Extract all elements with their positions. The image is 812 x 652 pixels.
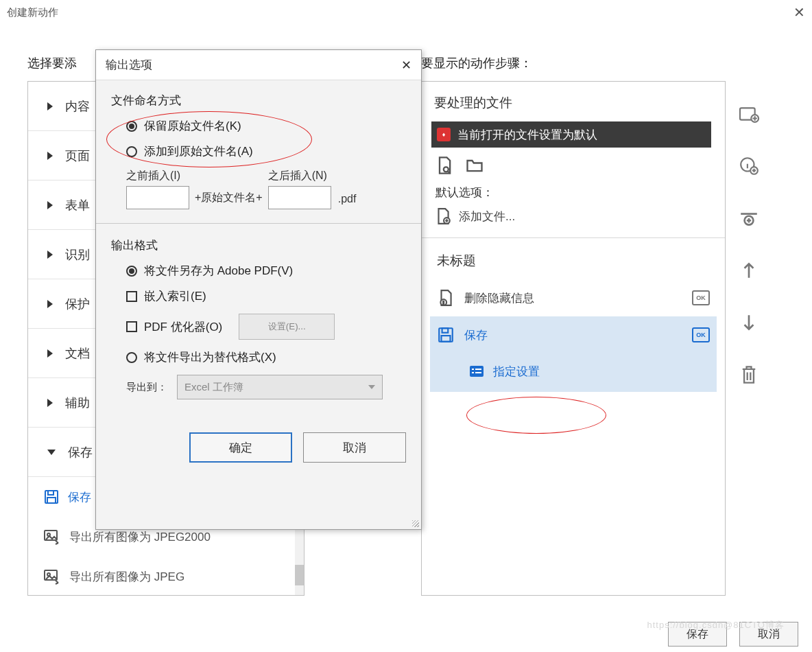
pdf-badge-icon: ♦: [437, 128, 451, 141]
caret-right-icon: [47, 152, 53, 160]
add-info-icon[interactable]: [737, 155, 761, 177]
middle-label: +原始文件名+: [195, 191, 263, 205]
svg-rect-2: [47, 498, 56, 503]
file-search-icon[interactable]: [434, 156, 455, 175]
radio-icon: [126, 352, 137, 363]
after-insert-input[interactable]: [268, 186, 331, 209]
radio-export-alt[interactable]: 将文件导出为替代格式(X): [126, 349, 406, 365]
check-embed-index[interactable]: 嵌入索引(E): [126, 288, 406, 304]
list-icon: [468, 363, 485, 380]
dialog-title: 输出选项: [106, 57, 152, 73]
dialog-close-icon[interactable]: ✕: [401, 58, 411, 73]
steps-panel: 要处理的文件 ♦ 当前打开的文件设置为默认 默认选项： 添加文件... 未标题 …: [421, 81, 726, 596]
extension-label: .pdf: [338, 193, 357, 205]
caret-right-icon: [47, 102, 53, 110]
settings-button[interactable]: 设置(E)...: [239, 314, 335, 340]
ok-badge-icon: OK: [692, 327, 710, 342]
before-insert-input[interactable]: [126, 186, 189, 209]
insert-row: 之前插入(I) +原始文件名+ 之后插入(N) .pdf: [126, 169, 406, 209]
window-title: 创建新动作: [7, 6, 58, 19]
cancel-button-bottom[interactable]: 取消: [739, 622, 798, 647]
cancel-button[interactable]: 取消: [303, 432, 406, 463]
divider: [422, 237, 725, 238]
radio-append-original[interactable]: 添加到原始文件名(A): [126, 143, 406, 159]
svg-rect-12: [442, 328, 449, 333]
add-divider-icon[interactable]: [737, 207, 761, 229]
after-insert-label: 之后插入(N): [268, 169, 331, 183]
output-options-dialog: 输出选项 ✕ 文件命名方式 保留原始文件名(K) 添加到原始文件名(A) 之前插…: [95, 49, 422, 530]
svg-rect-13: [442, 336, 451, 342]
svg-rect-1: [48, 491, 53, 495]
ok-button[interactable]: 确定: [189, 432, 292, 463]
specify-settings-link[interactable]: 指定设置: [430, 353, 717, 392]
naming-section-title: 文件命名方式: [111, 93, 406, 108]
default-file-row[interactable]: ♦ 当前打开的文件设置为默认: [431, 121, 711, 148]
svg-rect-16: [475, 369, 481, 370]
svg-point-7: [444, 167, 449, 172]
radio-saveas-pdf[interactable]: 将文件另存为 Adobe PDF(V): [126, 263, 406, 279]
subitem-export-jpeg[interactable]: 导出所有图像为 JPEG: [36, 557, 304, 596]
radio-icon: [126, 266, 137, 277]
untitled-label: 未标题: [437, 252, 717, 270]
export-format-select[interactable]: Excel 工作簿: [177, 375, 383, 399]
window-close-icon[interactable]: ✕: [793, 4, 805, 21]
checkbox-icon: [126, 291, 137, 302]
default-options-label: 默认选项：: [435, 185, 717, 200]
save-button[interactable]: 保存: [668, 622, 727, 647]
file-info-icon: i: [437, 289, 455, 307]
checkbox-icon: [126, 321, 137, 332]
side-toolbar: [737, 103, 761, 386]
window-titlebar: 创建新动作 ✕: [0, 0, 812, 25]
caret-right-icon: [47, 201, 53, 209]
image-export-icon: [43, 528, 61, 545]
file-add-icon: [434, 207, 452, 225]
svg-rect-15: [472, 369, 474, 370]
floppy-icon: [437, 326, 455, 344]
move-down-icon[interactable]: [737, 312, 761, 334]
floppy-icon: [43, 489, 60, 505]
export-to-label: 导出到：: [126, 381, 167, 394]
dialog-divider: [96, 223, 421, 224]
caret-right-icon: [47, 251, 53, 259]
check-pdf-optimizer[interactable]: PDF 优化器(O) 设置(E)...: [126, 314, 406, 340]
image-export-icon: [43, 568, 61, 585]
add-files-row[interactable]: 添加文件...: [434, 207, 717, 225]
folder-icon[interactable]: [464, 156, 485, 175]
before-insert-label: 之前插入(I): [126, 169, 189, 183]
files-heading: 要处理的文件: [434, 94, 717, 112]
caret-right-icon: [47, 349, 53, 358]
caret-right-icon: [47, 399, 53, 407]
svg-rect-18: [475, 372, 481, 373]
svg-rect-14: [470, 366, 483, 377]
left-section-label: 选择要添: [27, 55, 77, 71]
scrollbar-thumb[interactable]: [295, 565, 304, 585]
move-up-icon[interactable]: [737, 259, 761, 281]
dialog-titlebar: 输出选项 ✕: [96, 50, 421, 80]
caret-right-icon: [47, 300, 53, 308]
delete-icon[interactable]: [737, 364, 761, 386]
step-save[interactable]: 保存 OK: [430, 316, 717, 353]
step-delete-hidden[interactable]: i 删除隐藏信息 OK: [430, 279, 717, 316]
radio-keep-original[interactable]: 保留原始文件名(K): [126, 118, 406, 134]
right-section-label: 要显示的动作步骤：: [421, 55, 532, 71]
add-folder-icon[interactable]: [737, 103, 761, 125]
radio-icon: [126, 121, 137, 132]
format-section-title: 输出格式: [111, 237, 406, 253]
svg-rect-17: [472, 372, 474, 373]
resize-grip-icon[interactable]: [412, 520, 419, 527]
export-to-row: 导出到： Excel 工作簿: [126, 375, 406, 399]
chevron-down-icon: [368, 385, 375, 389]
caret-down-icon: [47, 450, 56, 455]
radio-icon: [126, 146, 137, 157]
bottom-button-bar: 保存 取消: [668, 622, 798, 647]
svg-text:i: i: [443, 301, 444, 305]
ok-badge-icon: OK: [692, 290, 710, 305]
